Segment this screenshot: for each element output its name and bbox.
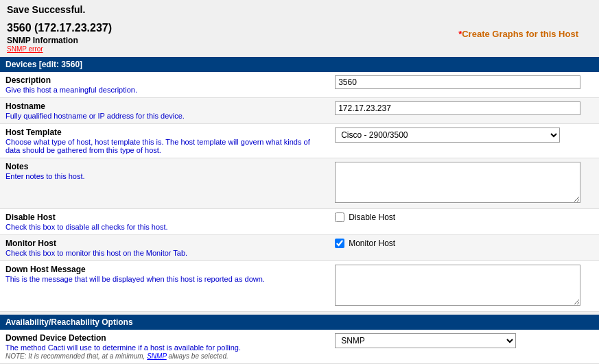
- description-label: Description: [5, 75, 324, 85]
- downed-device-label: Downed Device Detection: [5, 333, 324, 343]
- snmp-select-wrapper: SNMP Ping None Ping and SNMP: [335, 333, 594, 348]
- downed-device-desc: The method Cacti will use to determine i…: [5, 343, 324, 352]
- downed-device-note: NOTE: It is recommended that, at a minim…: [5, 352, 324, 360]
- hostname-input[interactable]: [335, 101, 580, 115]
- monitor-host-row: Monitor Host Check this box to monitor t…: [0, 235, 599, 261]
- downed-device-label-cell: Downed Device Detection The method Cacti…: [0, 330, 329, 364]
- host-template-desc: Choose what type of host, host template …: [5, 138, 324, 154]
- disable-host-checkbox[interactable]: [335, 213, 344, 222]
- host-template-label-cell: Host Template Choose what type of host, …: [0, 124, 329, 158]
- notes-label-cell: Notes Enter notes to this host.: [0, 158, 329, 209]
- snmp-error[interactable]: SNMP error: [7, 45, 112, 53]
- monitor-host-desc: Check this box to monitor this host on t…: [5, 249, 324, 257]
- description-desc: Give this host a meaningful description.: [5, 86, 324, 94]
- host-title: 3560 (172.17.23.237): [7, 22, 112, 34]
- host-template-row: Host Template Choose what type of host, …: [0, 124, 599, 158]
- hostname-row: Hostname Fully qualified hostname or IP …: [0, 98, 599, 124]
- description-label-cell: Description Give this host a meaningful …: [0, 72, 329, 98]
- downed-device-select[interactable]: SNMP Ping None Ping and SNMP: [335, 333, 516, 348]
- downed-device-row: Downed Device Detection The method Cacti…: [0, 330, 599, 364]
- top-header: Save Successful.: [0, 0, 599, 21]
- down-host-message-desc: This is the message that will be display…: [5, 275, 324, 283]
- host-template-label: Host Template: [5, 128, 324, 137]
- hostname-input-cell: [329, 98, 599, 124]
- disable-host-desc: Check this box to disable all checks for…: [5, 223, 324, 231]
- host-template-select[interactable]: Cisco - 2900/3500 None Cisco - Generic: [335, 128, 560, 143]
- page-wrapper: Save Successful. 3560 (172.17.23.237) SN…: [0, 0, 599, 364]
- header-row: 3560 (172.17.23.237) SNMP Information SN…: [0, 21, 599, 57]
- down-host-message-input-cell: [329, 261, 599, 312]
- devices-form-table: Description Give this host a meaningful …: [0, 72, 599, 312]
- down-host-message-label-cell: Down Host Message This is the message th…: [0, 261, 329, 312]
- header-left: 3560 (172.17.23.237) SNMP Information SN…: [7, 22, 112, 53]
- monitor-host-input-cell: Monitor Host: [329, 235, 599, 261]
- disable-host-checkbox-label: Disable Host: [349, 213, 395, 222]
- host-template-input-cell: Cisco - 2900/3500 None Cisco - Generic: [329, 124, 599, 158]
- save-status: Save Successful.: [7, 4, 592, 15]
- notes-label: Notes: [5, 162, 324, 171]
- disable-host-row: Disable Host Check this box to disable a…: [0, 209, 599, 235]
- snmp-link[interactable]: SNMP: [147, 352, 167, 360]
- host-template-select-wrapper: Cisco - 2900/3500 None Cisco - Generic: [335, 128, 594, 143]
- down-host-message-row: Down Host Message This is the message th…: [0, 261, 599, 312]
- create-graphs-link[interactable]: Create Graphs for this Host: [458, 29, 578, 39]
- description-row: Description Give this host a meaningful …: [0, 72, 599, 98]
- description-input-cell: [329, 72, 599, 98]
- hostname-desc: Fully qualified hostname or IP address f…: [5, 112, 324, 120]
- notes-input-cell: [329, 158, 599, 209]
- disable-host-input-cell: Disable Host: [329, 209, 599, 235]
- down-host-message-label: Down Host Message: [5, 265, 324, 274]
- monitor-host-label: Monitor Host: [5, 239, 324, 248]
- monitor-host-label-cell: Monitor Host Check this box to monitor t…: [0, 235, 329, 261]
- devices-section-header: Devices [edit: 3560]: [0, 57, 599, 72]
- notes-row: Notes Enter notes to this host.: [0, 158, 599, 209]
- description-input[interactable]: [335, 75, 580, 89]
- snmp-info-label: SNMP Information: [7, 36, 112, 45]
- notes-desc: Enter notes to this host.: [5, 172, 324, 180]
- hostname-label-cell: Hostname Fully qualified hostname or IP …: [0, 98, 329, 124]
- hostname-label: Hostname: [5, 101, 324, 111]
- down-host-message-textarea[interactable]: [335, 265, 580, 306]
- monitor-host-checkbox[interactable]: [335, 239, 344, 248]
- disable-host-label-cell: Disable Host Check this box to disable a…: [0, 209, 329, 235]
- disable-host-checkbox-row: Disable Host: [335, 213, 594, 222]
- notes-textarea[interactable]: [335, 162, 580, 203]
- monitor-host-checkbox-label: Monitor Host: [349, 239, 395, 248]
- disable-host-label: Disable Host: [5, 213, 324, 222]
- availability-form-table: Downed Device Detection The method Cacti…: [0, 330, 599, 364]
- monitor-host-checkbox-row: Monitor Host: [335, 239, 594, 248]
- availability-section-header: Availability/Reachability Options: [0, 315, 599, 330]
- downed-device-input-cell: SNMP Ping None Ping and SNMP: [329, 330, 599, 364]
